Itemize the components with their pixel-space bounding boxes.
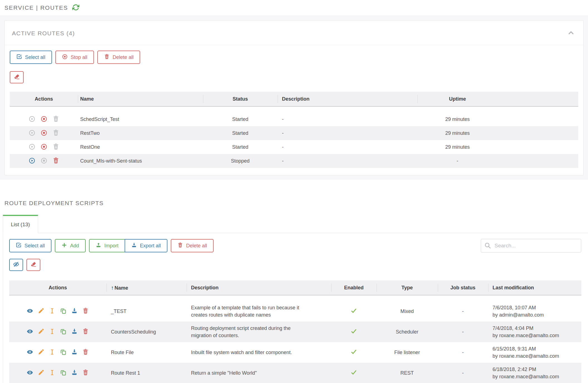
start-route-button[interactable] bbox=[29, 130, 35, 137]
delete-route-button[interactable] bbox=[53, 143, 59, 151]
delete-route-button[interactable] bbox=[53, 116, 59, 123]
column-header-last-modification: Last modification bbox=[488, 280, 581, 295]
duplicate-script-button[interactable] bbox=[60, 328, 66, 335]
delete-script-button[interactable] bbox=[82, 328, 89, 335]
delete-all-scripts-button[interactable]: Delete all bbox=[171, 239, 214, 252]
eye-icon bbox=[27, 349, 33, 356]
start-route-button[interactable] bbox=[29, 157, 35, 165]
copy-icon bbox=[60, 308, 66, 315]
delete-all-label: Delete all bbox=[186, 243, 207, 249]
script-last-modification: 6/18/2018, 2:42 PM by roxane.mace@amalto… bbox=[488, 363, 581, 383]
view-script-button[interactable] bbox=[27, 349, 33, 356]
view-script-button[interactable] bbox=[27, 308, 33, 315]
script-job-status: - bbox=[438, 301, 488, 322]
play-circle-icon bbox=[29, 157, 35, 165]
trash-icon bbox=[53, 116, 59, 123]
eye-icon bbox=[27, 308, 33, 315]
pencil-icon bbox=[38, 308, 44, 315]
duplicate-script-button[interactable] bbox=[60, 369, 66, 377]
route-description: - bbox=[278, 140, 417, 154]
trash-icon bbox=[82, 328, 89, 335]
clear-filters-button[interactable] bbox=[26, 259, 40, 271]
delete-script-button[interactable] bbox=[82, 308, 89, 315]
script-row: _TEST Example of a template that fails t… bbox=[9, 301, 581, 322]
route-uptime: 29 minutes bbox=[417, 140, 579, 154]
add-script-button[interactable]: Add bbox=[55, 239, 86, 252]
stop-all-label: Stop all bbox=[71, 54, 87, 60]
search-input[interactable] bbox=[481, 239, 581, 253]
script-type: Mixed bbox=[377, 301, 438, 322]
stop-circle-icon bbox=[41, 143, 47, 151]
route-description: - bbox=[278, 154, 417, 168]
deployment-scripts-title: ROUTE DEPLOYMENT SCRIPTS bbox=[0, 200, 588, 207]
delete-route-button[interactable] bbox=[53, 130, 59, 137]
column-header-type: Type bbox=[377, 280, 438, 295]
route-status: Started bbox=[203, 126, 278, 140]
download-script-button[interactable] bbox=[71, 308, 78, 315]
start-route-button[interactable] bbox=[29, 143, 35, 151]
refresh-button[interactable] bbox=[72, 4, 79, 12]
refresh-icon bbox=[72, 4, 79, 12]
eye-icon bbox=[27, 328, 33, 335]
delete-script-button[interactable] bbox=[82, 349, 89, 356]
i-cursor-icon bbox=[49, 328, 55, 335]
script-last-modification: 7/6/2018, 10:07 AM by admin@amalto.com bbox=[488, 301, 581, 322]
stop-circle-icon bbox=[41, 157, 47, 165]
download-icon bbox=[71, 349, 78, 356]
rename-script-button[interactable] bbox=[49, 349, 55, 356]
script-last-modification: 7/4/2018, 4:04 PM by roxane.mace@amalto.… bbox=[488, 322, 581, 342]
script-row: CountersScheduling Routing deployment sc… bbox=[9, 322, 581, 342]
download-script-button[interactable] bbox=[71, 328, 78, 335]
stop-all-button[interactable]: Stop all bbox=[55, 51, 94, 64]
script-job-status: - bbox=[438, 342, 488, 363]
rename-script-button[interactable] bbox=[49, 369, 55, 377]
view-script-button[interactable] bbox=[27, 369, 33, 377]
tab-list-label: List (13) bbox=[11, 222, 30, 228]
clear-selection-button[interactable] bbox=[10, 71, 24, 83]
route-uptime: 29 minutes bbox=[417, 126, 579, 140]
column-header-name: Name bbox=[78, 92, 203, 107]
table-header-row: Actions Name Status Description Uptime bbox=[10, 92, 578, 107]
stop-route-button[interactable] bbox=[41, 130, 47, 137]
import-label: Import bbox=[104, 243, 118, 249]
duplicate-script-button[interactable] bbox=[60, 349, 66, 356]
route-name: RestTwo bbox=[78, 126, 203, 140]
delete-route-button[interactable] bbox=[53, 157, 59, 165]
route-description: - bbox=[278, 126, 417, 140]
collapse-panel-button[interactable] bbox=[567, 29, 575, 38]
edit-script-button[interactable] bbox=[38, 369, 44, 377]
download-script-button[interactable] bbox=[71, 349, 78, 356]
copy-icon bbox=[60, 328, 66, 335]
select-all-button[interactable]: Select all bbox=[10, 51, 52, 64]
import-button[interactable]: Import bbox=[89, 239, 125, 252]
column-header-actions: Actions bbox=[9, 280, 107, 295]
download-script-button[interactable] bbox=[71, 369, 78, 377]
column-header-name[interactable]: ↑Name bbox=[107, 280, 187, 295]
trash-icon bbox=[104, 54, 110, 61]
edit-script-button[interactable] bbox=[38, 349, 44, 356]
rename-script-button[interactable] bbox=[49, 308, 55, 315]
stop-route-button[interactable] bbox=[41, 143, 47, 151]
start-route-button[interactable] bbox=[29, 116, 35, 123]
stop-route-button[interactable] bbox=[41, 157, 47, 165]
edit-script-button[interactable] bbox=[38, 308, 44, 315]
view-script-button[interactable] bbox=[27, 328, 33, 335]
edit-script-button[interactable] bbox=[38, 328, 44, 335]
stop-route-button[interactable] bbox=[41, 116, 47, 123]
delete-script-button[interactable] bbox=[82, 369, 89, 377]
column-header-actions: Actions bbox=[10, 92, 78, 107]
delete-all-button[interactable]: Delete all bbox=[97, 51, 140, 64]
tab-list[interactable]: List (13) bbox=[3, 215, 38, 233]
page-title: SERVICE | ROUTES bbox=[4, 4, 68, 11]
script-name: CountersScheduling bbox=[107, 322, 187, 342]
rename-script-button[interactable] bbox=[49, 328, 55, 335]
script-row: Route File Inbuilt file system watch and… bbox=[9, 342, 581, 363]
download-icon bbox=[71, 369, 78, 377]
hide-columns-button[interactable] bbox=[9, 259, 23, 271]
export-all-button[interactable]: Export all bbox=[125, 239, 167, 252]
script-last-modification: 6/15/2018, 9:31 AM by roxane.mace@amalto… bbox=[488, 342, 581, 363]
list-tab-content: Select all Add Import bbox=[3, 233, 588, 383]
select-all-scripts-button[interactable]: Select all bbox=[9, 239, 51, 252]
script-description: Inbuilt file system watch and filter com… bbox=[187, 342, 331, 363]
duplicate-script-button[interactable] bbox=[60, 308, 66, 315]
